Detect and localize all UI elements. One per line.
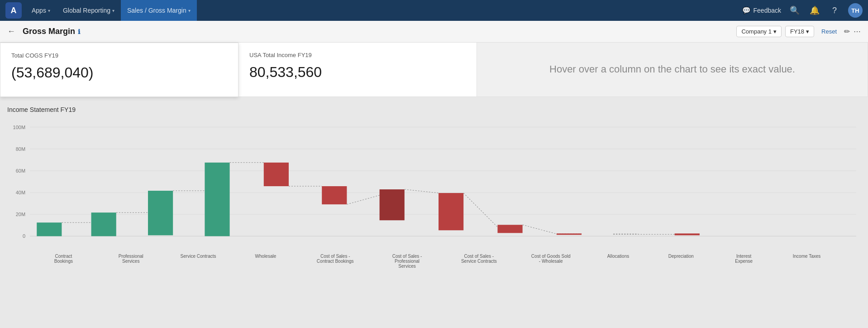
kpi-total-cogs-value: (53,689,040) — [11, 64, 227, 81]
svg-line-29 — [523, 225, 557, 234]
user-avatar[interactable]: TH — [848, 3, 863, 18]
chart-svg: 100M 80M 60M 40M 20M 0 — [7, 121, 861, 256]
svg-text:20M: 20M — [16, 212, 25, 217]
edit-button[interactable]: ✏ — [844, 27, 850, 36]
svg-rect-18 — [205, 163, 229, 236]
back-button[interactable]: ← — [7, 27, 15, 36]
nav-global-reporting-chevron: ▾ — [112, 8, 114, 13]
feedback-button[interactable]: 💬 Feedback — [742, 6, 781, 14]
top-navigation: A Apps ▾ Global Reporting ▾ Sales / Gros… — [0, 0, 868, 21]
sub-navigation: ← Gross Margin ℹ Company 1 ▾ FY18 ▾ Rese… — [0, 21, 868, 43]
reset-button[interactable]: Reset — [818, 26, 840, 37]
page-title-text: Gross Margin — [23, 27, 75, 36]
svg-rect-28 — [497, 225, 522, 233]
nav-sales-gross-margin-label: Sales / Gross Margin — [127, 7, 186, 14]
company-filter-chevron: ▾ — [773, 28, 777, 35]
info-icon[interactable]: ℹ — [78, 28, 80, 35]
page-title-container: Gross Margin ℹ — [23, 27, 80, 36]
fy-filter-chevron: ▾ — [806, 28, 809, 35]
svg-rect-20 — [264, 163, 289, 186]
svg-text:80M: 80M — [16, 146, 25, 152]
nav-apps-chevron: ▾ — [48, 8, 50, 13]
kpi-usa-income-value: 80,533,560 — [249, 64, 466, 81]
main-content: Total COGS FY19 (53,689,040) USA Total I… — [0, 43, 868, 296]
kpi-card-total-cogs[interactable]: Total COGS FY19 (53,689,040) — [0, 43, 238, 97]
svg-line-27 — [463, 193, 497, 227]
help-button[interactable]: ? — [828, 6, 841, 15]
nav-item-apps[interactable]: Apps ▾ — [25, 0, 57, 21]
feedback-icon: 💬 — [742, 6, 751, 14]
notifications-button[interactable]: 🔔 — [808, 5, 821, 15]
nav-apps-label: Apps — [32, 7, 46, 14]
chart-title: Income Statement FY19 — [7, 106, 861, 113]
chart-container[interactable]: 100M 80M 60M 40M 20M 0 — [7, 121, 861, 256]
kpi-row: Total COGS FY19 (53,689,040) USA Total I… — [0, 43, 868, 97]
svg-text:60M: 60M — [16, 168, 25, 174]
nav-item-global-reporting[interactable]: Global Reporting ▾ — [57, 0, 121, 21]
svg-rect-33 — [675, 233, 700, 235]
svg-rect-26 — [439, 193, 463, 230]
svg-line-23 — [347, 195, 379, 204]
company-filter-button[interactable]: Company 1 ▾ — [736, 26, 781, 37]
svg-rect-16 — [148, 191, 173, 235]
kpi-total-cogs-label: Total COGS FY19 — [11, 52, 227, 59]
nav-item-sales-gross-margin[interactable]: Sales / Gross Margin ▾ — [121, 0, 197, 21]
svg-rect-24 — [380, 189, 405, 220]
svg-text:100M: 100M — [13, 125, 26, 130]
svg-rect-14 — [91, 212, 116, 236]
app-logo: A — [5, 2, 22, 19]
svg-rect-12 — [37, 222, 62, 236]
search-button[interactable]: 🔍 — [788, 5, 801, 15]
svg-text:0: 0 — [23, 233, 25, 239]
kpi-usa-income-label: USA Total Income FY19 — [249, 52, 466, 58]
fy-filter-button[interactable]: FY18 ▾ — [785, 26, 814, 37]
nav-sales-gross-margin-chevron: ▾ — [188, 8, 191, 13]
svg-rect-31 — [557, 233, 582, 235]
hover-hint-text: Hover over a column on the chart to see … — [549, 63, 795, 77]
sub-nav-right: Company 1 ▾ FY18 ▾ Reset ✏ ⋯ — [736, 26, 861, 37]
nav-global-reporting-label: Global Reporting — [63, 7, 110, 14]
fy-filter-label: FY18 — [790, 28, 804, 35]
feedback-label: Feedback — [754, 7, 781, 14]
kpi-card-hover-hint: Hover over a column on the chart to see … — [477, 43, 868, 97]
more-options-button[interactable]: ⋯ — [854, 27, 861, 36]
kpi-card-usa-income[interactable]: USA Total Income FY19 80,533,560 — [238, 43, 477, 97]
svg-rect-22 — [322, 186, 347, 204]
nav-right-section: 💬 Feedback 🔍 🔔 ? TH — [742, 3, 863, 18]
svg-text:40M: 40M — [16, 190, 25, 195]
chart-section: Income Statement FY19 100M 80M 60M 40M 2… — [0, 97, 868, 296]
company-filter-label: Company 1 — [741, 28, 771, 35]
